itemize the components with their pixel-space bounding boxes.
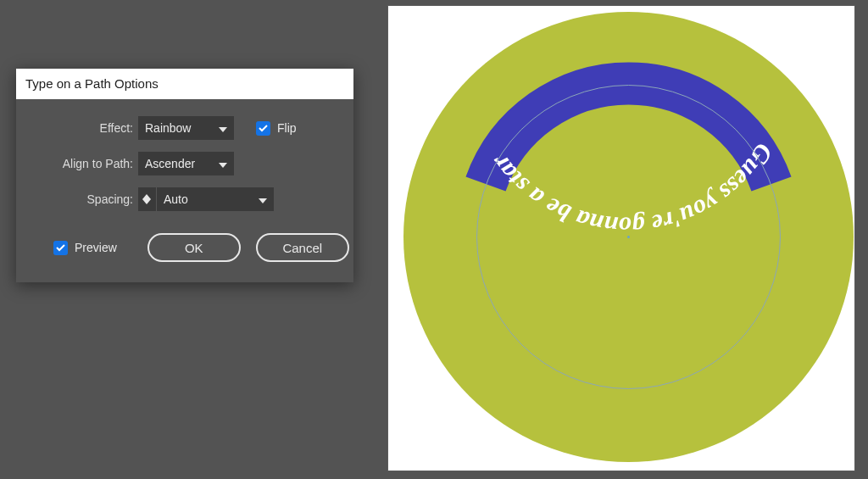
chevron-down-icon: [210, 121, 227, 135]
checkbox-box: [53, 241, 68, 255]
artboard: Guess you're gonna be a star: [388, 6, 854, 471]
dialog-title: Type on a Path Options: [16, 69, 353, 99]
type-on-path-options-dialog: Type on a Path Options Effect: Rainbow F…: [16, 69, 353, 282]
flip-label: Flip: [277, 121, 297, 135]
checkbox-box: [256, 121, 270, 136]
align-value: Ascender: [145, 157, 195, 170]
align-label: Align to Path:: [36, 157, 138, 170]
spacing-label: Spacing:: [36, 192, 138, 206]
preview-label: Preview: [75, 241, 117, 254]
dialog-body: Effect: Rainbow Flip Align to Path: Asce…: [16, 99, 353, 282]
chevron-down-icon: [210, 157, 227, 170]
flip-checkbox[interactable]: Flip: [256, 121, 297, 136]
effect-select[interactable]: Rainbow: [138, 116, 234, 140]
ok-button[interactable]: OK: [147, 233, 241, 262]
preview-checkbox[interactable]: Preview: [53, 241, 117, 255]
spacing-stepper[interactable]: Auto: [138, 187, 274, 211]
cancel-button[interactable]: Cancel: [256, 233, 349, 262]
spacing-value: Auto: [157, 192, 259, 206]
center-point-icon: [627, 236, 630, 238]
align-select[interactable]: Ascender: [138, 152, 234, 175]
stepper-arrows-icon[interactable]: [138, 187, 157, 211]
effect-label: Effect:: [36, 121, 138, 135]
chevron-down-icon: [259, 192, 274, 206]
effect-value: Rainbow: [145, 121, 191, 135]
